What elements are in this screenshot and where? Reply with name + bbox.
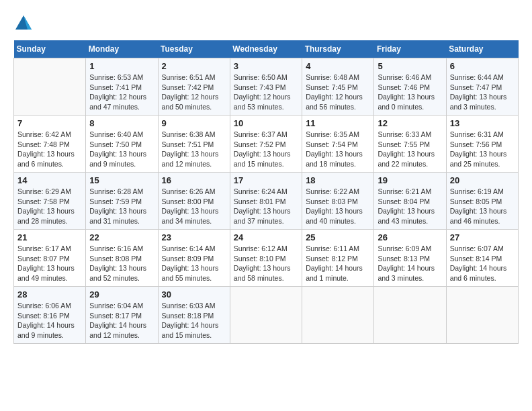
calendar-week-row: 14Sunrise: 6:29 AMSunset: 7:58 PMDayligh… — [14, 173, 519, 230]
day-info: Sunrise: 6:48 AMSunset: 7:45 PMDaylight:… — [306, 73, 370, 112]
calendar-cell: 16Sunrise: 6:26 AMSunset: 8:00 PMDayligh… — [158, 173, 230, 230]
day-number: 4 — [306, 61, 370, 71]
day-info: Sunrise: 6:09 AMSunset: 8:13 PMDaylight:… — [378, 244, 442, 283]
day-number: 8 — [89, 118, 154, 128]
calendar-cell: 23Sunrise: 6:14 AMSunset: 8:09 PMDayligh… — [158, 230, 230, 287]
calendar-cell: 30Sunrise: 6:03 AMSunset: 8:18 PMDayligh… — [158, 287, 230, 344]
day-header-friday: Friday — [374, 40, 446, 58]
day-number: 13 — [450, 118, 515, 128]
day-header-wednesday: Wednesday — [230, 40, 302, 58]
calendar-cell: 8Sunrise: 6:40 AMSunset: 7:50 PMDaylight… — [86, 116, 158, 173]
calendar-cell: 24Sunrise: 6:12 AMSunset: 8:10 PMDayligh… — [230, 230, 302, 287]
calendar-cell: 5Sunrise: 6:46 AMSunset: 7:46 PMDaylight… — [374, 58, 446, 116]
day-number: 17 — [234, 175, 298, 185]
day-number: 9 — [162, 118, 226, 128]
day-number: 25 — [306, 232, 370, 242]
day-info: Sunrise: 6:50 AMSunset: 7:43 PMDaylight:… — [234, 73, 298, 112]
calendar-week-row: 1Sunrise: 6:53 AMSunset: 7:41 PMDaylight… — [14, 58, 519, 116]
calendar-cell: 29Sunrise: 6:04 AMSunset: 8:17 PMDayligh… — [86, 287, 158, 344]
day-info: Sunrise: 6:46 AMSunset: 7:46 PMDaylight:… — [378, 73, 442, 112]
day-number: 15 — [89, 175, 154, 185]
calendar-cell: 11Sunrise: 6:35 AMSunset: 7:54 PMDayligh… — [302, 116, 374, 173]
day-info: Sunrise: 6:21 AMSunset: 8:04 PMDaylight:… — [378, 187, 442, 226]
day-number: 2 — [162, 61, 226, 71]
day-info: Sunrise: 6:19 AMSunset: 8:05 PMDaylight:… — [450, 187, 515, 226]
day-number: 7 — [17, 118, 82, 128]
calendar-cell — [230, 287, 302, 344]
day-header-tuesday: Tuesday — [158, 40, 230, 58]
day-number: 3 — [234, 61, 298, 71]
day-header-monday: Monday — [86, 40, 158, 58]
day-info: Sunrise: 6:42 AMSunset: 7:48 PMDaylight:… — [17, 130, 82, 169]
calendar-cell: 7Sunrise: 6:42 AMSunset: 7:48 PMDaylight… — [14, 116, 86, 173]
calendar-cell: 21Sunrise: 6:17 AMSunset: 8:07 PMDayligh… — [14, 230, 86, 287]
day-info: Sunrise: 6:07 AMSunset: 8:14 PMDaylight:… — [450, 244, 515, 283]
calendar-cell — [302, 287, 374, 344]
day-info: Sunrise: 6:11 AMSunset: 8:12 PMDaylight:… — [306, 244, 370, 283]
day-info: Sunrise: 6:26 AMSunset: 8:00 PMDaylight:… — [162, 187, 226, 226]
day-number: 30 — [162, 289, 226, 300]
calendar-cell: 27Sunrise: 6:07 AMSunset: 8:14 PMDayligh… — [446, 230, 518, 287]
calendar-cell: 12Sunrise: 6:33 AMSunset: 7:55 PMDayligh… — [374, 116, 446, 173]
day-info: Sunrise: 6:24 AMSunset: 8:01 PMDaylight:… — [234, 187, 298, 226]
calendar-cell: 20Sunrise: 6:19 AMSunset: 8:05 PMDayligh… — [446, 173, 518, 230]
day-number: 5 — [378, 61, 442, 71]
day-number: 23 — [162, 232, 226, 242]
calendar-cell: 25Sunrise: 6:11 AMSunset: 8:12 PMDayligh… — [302, 230, 374, 287]
day-number: 18 — [306, 175, 370, 185]
day-info: Sunrise: 6:14 AMSunset: 8:09 PMDaylight:… — [162, 244, 226, 283]
day-info: Sunrise: 6:53 AMSunset: 7:41 PMDaylight:… — [89, 73, 154, 112]
day-info: Sunrise: 6:33 AMSunset: 7:55 PMDaylight:… — [378, 130, 442, 169]
calendar-header-row: SundayMondayTuesdayWednesdayThursdayFrid… — [14, 40, 519, 58]
day-info: Sunrise: 6:29 AMSunset: 7:58 PMDaylight:… — [17, 187, 82, 226]
logo — [13, 13, 36, 34]
calendar-cell: 18Sunrise: 6:22 AMSunset: 8:03 PMDayligh… — [302, 173, 374, 230]
day-header-thursday: Thursday — [302, 40, 374, 58]
day-number: 19 — [378, 175, 442, 185]
day-info: Sunrise: 6:06 AMSunset: 8:16 PMDaylight:… — [17, 301, 82, 340]
day-info: Sunrise: 6:03 AMSunset: 8:18 PMDaylight:… — [162, 301, 226, 340]
day-number: 11 — [306, 118, 370, 128]
calendar-cell: 9Sunrise: 6:38 AMSunset: 7:51 PMDaylight… — [158, 116, 230, 173]
day-info: Sunrise: 6:31 AMSunset: 7:56 PMDaylight:… — [450, 130, 515, 169]
day-number: 16 — [162, 175, 226, 185]
day-header-saturday: Saturday — [446, 40, 518, 58]
calendar-cell: 14Sunrise: 6:29 AMSunset: 7:58 PMDayligh… — [14, 173, 86, 230]
calendar-cell: 22Sunrise: 6:16 AMSunset: 8:08 PMDayligh… — [86, 230, 158, 287]
day-info: Sunrise: 6:28 AMSunset: 7:59 PMDaylight:… — [89, 187, 154, 226]
day-info: Sunrise: 6:44 AMSunset: 7:47 PMDaylight:… — [450, 73, 515, 112]
day-number: 29 — [89, 289, 154, 300]
calendar-week-row: 21Sunrise: 6:17 AMSunset: 8:07 PMDayligh… — [14, 230, 519, 287]
day-number: 28 — [17, 289, 82, 300]
page-header — [13, 13, 519, 34]
calendar-cell: 4Sunrise: 6:48 AMSunset: 7:45 PMDaylight… — [302, 58, 374, 116]
calendar-week-row: 7Sunrise: 6:42 AMSunset: 7:48 PMDaylight… — [14, 116, 519, 173]
day-header-sunday: Sunday — [14, 40, 86, 58]
day-info: Sunrise: 6:51 AMSunset: 7:42 PMDaylight:… — [162, 73, 226, 112]
day-number: 20 — [450, 175, 515, 185]
day-number: 10 — [234, 118, 298, 128]
calendar-cell: 13Sunrise: 6:31 AMSunset: 7:56 PMDayligh… — [446, 116, 518, 173]
calendar-cell: 17Sunrise: 6:24 AMSunset: 8:01 PMDayligh… — [230, 173, 302, 230]
day-info: Sunrise: 6:38 AMSunset: 7:51 PMDaylight:… — [162, 130, 226, 169]
calendar-week-row: 28Sunrise: 6:06 AMSunset: 8:16 PMDayligh… — [14, 287, 519, 344]
calendar-cell: 26Sunrise: 6:09 AMSunset: 8:13 PMDayligh… — [374, 230, 446, 287]
calendar-cell: 15Sunrise: 6:28 AMSunset: 7:59 PMDayligh… — [86, 173, 158, 230]
day-number: 22 — [89, 232, 154, 242]
day-number: 1 — [89, 61, 154, 71]
day-info: Sunrise: 6:17 AMSunset: 8:07 PMDaylight:… — [17, 244, 82, 283]
calendar-cell: 2Sunrise: 6:51 AMSunset: 7:42 PMDaylight… — [158, 58, 230, 116]
day-number: 24 — [234, 232, 298, 242]
day-number: 6 — [450, 61, 515, 71]
calendar-cell: 28Sunrise: 6:06 AMSunset: 8:16 PMDayligh… — [14, 287, 86, 344]
day-number: 21 — [17, 232, 82, 242]
day-info: Sunrise: 6:22 AMSunset: 8:03 PMDaylight:… — [306, 187, 370, 226]
calendar-cell: 19Sunrise: 6:21 AMSunset: 8:04 PMDayligh… — [374, 173, 446, 230]
calendar-table: SundayMondayTuesdayWednesdayThursdayFrid… — [13, 40, 519, 344]
day-number: 12 — [378, 118, 442, 128]
day-info: Sunrise: 6:04 AMSunset: 8:17 PMDaylight:… — [89, 301, 154, 340]
calendar-cell — [14, 58, 86, 116]
calendar-cell — [374, 287, 446, 344]
calendar-cell: 6Sunrise: 6:44 AMSunset: 7:47 PMDaylight… — [446, 58, 518, 116]
calendar-cell: 10Sunrise: 6:37 AMSunset: 7:52 PMDayligh… — [230, 116, 302, 173]
